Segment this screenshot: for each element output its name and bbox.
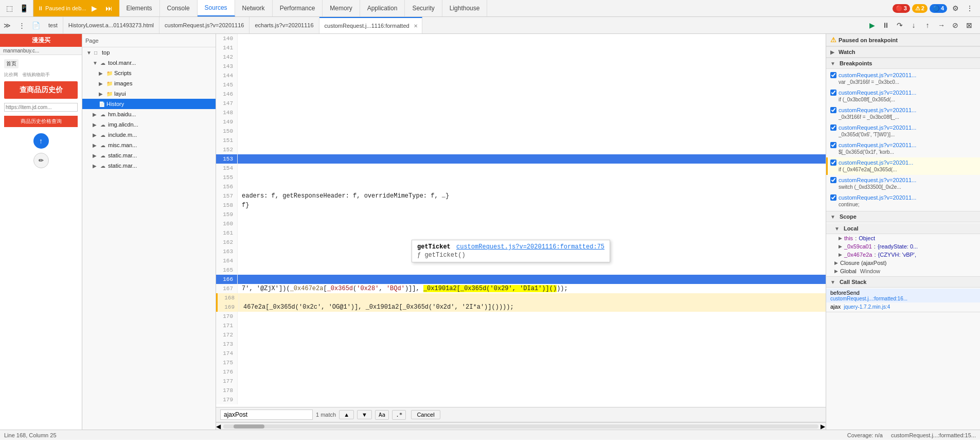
watch-header[interactable]: ▶ Watch: [826, 47, 980, 58]
paused-header[interactable]: ⚠ Paused on breakpoint: [826, 34, 980, 46]
step-button[interactable]: →: [935, 19, 948, 32]
tree-item-scripts[interactable]: ▶ 📁 Scripts: [82, 68, 216, 78]
show-navigator-button[interactable]: 📄: [29, 19, 43, 32]
step-into-button[interactable]: ↓: [907, 19, 920, 32]
more-files-button[interactable]: ⋮: [15, 19, 28, 32]
tree-item-hm-baidu[interactable]: ▶ ☁ hm.baidu...: [82, 109, 216, 119]
pause-button[interactable]: ⏸: [879, 19, 893, 32]
step-over-button[interactable]: ⏭: [103, 2, 115, 14]
call-stack-item-ajax[interactable]: ajax jquery-1.7.2.min.js:4: [826, 302, 980, 311]
tab-lighthouse[interactable]: Lighthouse: [442, 0, 488, 16]
line-content: [238, 52, 242, 62]
tab-console[interactable]: Console: [160, 0, 198, 16]
tree-item-top[interactable]: ▼ □ top: [82, 47, 216, 58]
inspect-element-button[interactable]: ⬚: [3, 2, 15, 14]
bp-checkbox-2[interactable]: [830, 90, 836, 96]
file-tab-test[interactable]: test: [43, 17, 63, 33]
file-info: customRequest.j...:formatted:15...: [891, 432, 976, 438]
resume-execution-button[interactable]: ▶: [865, 19, 879, 32]
search-match-info: 1 match: [316, 412, 336, 418]
tooltip-file-link[interactable]: customRequest.js?v=20201116:formatted:75: [456, 243, 604, 251]
editor-horizontal-scrollbar[interactable]: ◀ ▶: [216, 422, 826, 430]
line-content: [238, 43, 242, 52]
code-editor[interactable]: 140 141 142 143 144 145 146 147 148 149 …: [216, 34, 826, 407]
bp-checkbox-7[interactable]: [830, 177, 836, 183]
tab-memory[interactable]: Memory: [323, 0, 360, 16]
bp-checkbox-6[interactable]: [830, 159, 836, 166]
59ca01-arrow-icon[interactable]: ▶: [839, 244, 842, 249]
tree-label-misc-man: misc.man...: [108, 142, 137, 148]
call-stack-header[interactable]: ▼ Call Stack: [826, 277, 980, 288]
breakpoints-header[interactable]: ▼ Breakpoints: [826, 58, 980, 69]
call-stack-item-beforesend[interactable]: beforeSend customRequest.j...:formatted:…: [826, 289, 980, 302]
line-number: 143: [216, 62, 238, 71]
bp-checkbox-3[interactable]: [830, 107, 836, 113]
tab-network[interactable]: Network: [235, 0, 273, 16]
tree-item-layui[interactable]: ▶ 📁 layui: [82, 88, 216, 99]
tree-item-misc-man[interactable]: ▶ ☁ misc.man...: [82, 140, 216, 150]
file-tab-echarts[interactable]: echarts.js?v=20201116: [250, 17, 319, 33]
scope-local-header[interactable]: ▼ Local: [826, 223, 980, 234]
tab-security[interactable]: Security: [405, 0, 442, 16]
line-row-166: 166: [216, 275, 826, 284]
search-cancel-button[interactable]: Cancel: [411, 410, 440, 419]
tree-item-static-mar1[interactable]: ▶ ☁ static.mar...: [82, 150, 216, 161]
scroll-track[interactable]: [223, 424, 818, 429]
edit-button[interactable]: ✏: [33, 153, 49, 168]
search-prev-button[interactable]: ▲: [339, 410, 354, 419]
preview-search-input[interactable]: [4, 103, 78, 112]
bp-checkbox-1[interactable]: [830, 72, 836, 78]
collapse-sidebar-button[interactable]: ≫: [1, 19, 14, 32]
close-tab-button[interactable]: ✕: [414, 23, 418, 29]
line-row-169: 169 467e2a[_0x365d('0x2c', 'OG@1')], _0x…: [216, 302, 826, 312]
tree-item-include-m[interactable]: ▶ ☁ include.m...: [82, 130, 216, 140]
tree-item-static-mar2[interactable]: ▶ ☁ static.mar...: [82, 161, 216, 171]
preview-links: 比价网 省钱购物助手: [2, 70, 80, 79]
preview-action-button[interactable]: 商品历史价格查询: [4, 116, 78, 127]
scroll-thumb[interactable]: [234, 424, 264, 429]
step-over-debug-button[interactable]: ↷: [893, 19, 906, 32]
tab-sources[interactable]: Sources: [198, 0, 235, 16]
467e2a-arrow-icon[interactable]: ▶: [839, 252, 842, 257]
match-case-button[interactable]: Aa: [375, 410, 389, 420]
line-content: [238, 62, 242, 71]
tab-elements[interactable]: Elements: [119, 0, 160, 16]
device-toggle-button[interactable]: 📱: [17, 2, 30, 14]
dont-pause-exceptions-button[interactable]: ⊠: [963, 19, 976, 32]
scroll-left-arrow[interactable]: ◀: [216, 423, 221, 430]
scroll-right-arrow[interactable]: ▶: [821, 423, 826, 430]
breakpoint-item: customRequest.js?v=202011... var _0x3f16…: [826, 70, 980, 87]
line-number: 148: [216, 108, 238, 117]
search-next-button[interactable]: ▼: [357, 410, 372, 419]
scope-header[interactable]: ▼ Scope: [826, 211, 980, 222]
global-arrow-icon[interactable]: ▶: [834, 269, 838, 274]
regex-button[interactable]: .*: [392, 410, 406, 420]
line-number: 147: [216, 99, 238, 108]
file-tab-customrequest[interactable]: customRequest.js?v=20201116: [159, 17, 250, 33]
tree-item-images[interactable]: ▶ 📁 images: [82, 78, 216, 88]
file-tab-customrequest-fmt[interactable]: customRequest.j...1116:formatted ✕: [319, 17, 422, 33]
line-number: 150: [216, 127, 238, 136]
nav-home[interactable]: 首页: [4, 59, 19, 68]
settings-button[interactable]: ⚙: [949, 2, 961, 14]
tree-item-img-alicdn[interactable]: ▶ ☁ img.alicdn...: [82, 119, 216, 130]
deactivate-breakpoints-button[interactable]: ⊘: [949, 19, 962, 32]
tree-item-tool[interactable]: ▼ ☁ tool.manr...: [82, 58, 216, 68]
bp-checkbox-8[interactable]: [830, 194, 836, 201]
more-menu-button[interactable]: ⋮: [964, 2, 976, 14]
bp-checkbox-5[interactable]: [830, 142, 836, 148]
file-tab-history[interactable]: HistoryLowest.a...011493273.html: [63, 17, 159, 33]
tree-item-history[interactable]: 📄 History: [82, 99, 216, 109]
cloud-icon2: ☁: [100, 112, 106, 117]
line-number: 172: [216, 330, 238, 340]
step-out-button[interactable]: ↑: [921, 19, 934, 32]
bp-checkbox-4[interactable]: [830, 124, 836, 131]
scroll-up-button[interactable]: ↑: [33, 133, 49, 149]
closure-arrow-icon[interactable]: ▶: [834, 260, 838, 265]
resume-button[interactable]: ▶: [88, 2, 101, 14]
search-input[interactable]: [220, 410, 313, 420]
tab-performance[interactable]: Performance: [273, 0, 323, 16]
this-arrow-icon[interactable]: ▶: [839, 236, 842, 241]
line-number: 170: [216, 312, 238, 321]
tab-application[interactable]: Application: [360, 0, 405, 16]
